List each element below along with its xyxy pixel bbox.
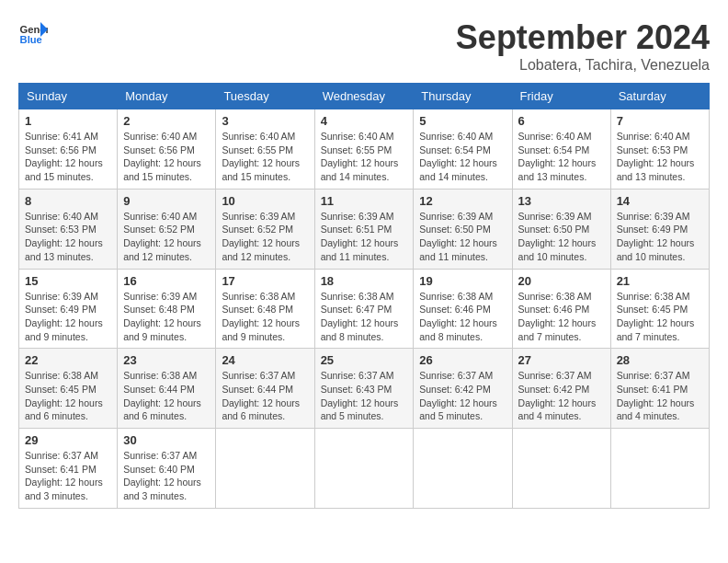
day-number: 19 (419, 274, 506, 288)
calendar-cell: 4Sunrise: 6:40 AMSunset: 6:55 PMDaylight… (314, 109, 414, 190)
day-number: 9 (123, 194, 210, 208)
title-block: September 2024 Lobatera, Tachira, Venezu… (456, 18, 710, 74)
day-info: Sunrise: 6:39 AMSunset: 6:49 PMDaylight:… (617, 210, 703, 264)
day-number: 4 (321, 114, 408, 128)
page-header: General Blue September 2024 Lobatera, Ta… (18, 18, 710, 74)
calendar-cell: 26Sunrise: 6:37 AMSunset: 6:42 PMDayligh… (414, 349, 512, 429)
day-of-week-header: Friday (512, 84, 610, 109)
day-number: 17 (222, 274, 308, 288)
day-number: 16 (123, 274, 210, 288)
calendar-cell: 1Sunrise: 6:41 AMSunset: 6:56 PMDaylight… (19, 109, 118, 190)
day-info: Sunrise: 6:40 AMSunset: 6:55 PMDaylight:… (321, 130, 408, 184)
calendar-cell (216, 429, 314, 509)
day-info: Sunrise: 6:37 AMSunset: 6:44 PMDaylight:… (222, 369, 308, 423)
day-info: Sunrise: 6:40 AMSunset: 6:54 PMDaylight:… (518, 130, 605, 184)
day-of-week-header: Sunday (19, 84, 118, 109)
day-number: 25 (321, 353, 408, 367)
day-info: Sunrise: 6:38 AMSunset: 6:46 PMDaylight:… (518, 290, 605, 344)
calendar-week-row: 29Sunrise: 6:37 AMSunset: 6:41 PMDayligh… (19, 429, 710, 509)
day-info: Sunrise: 6:39 AMSunset: 6:50 PMDaylight:… (419, 210, 506, 264)
day-number: 18 (321, 274, 408, 288)
day-info: Sunrise: 6:39 AMSunset: 6:50 PMDaylight:… (518, 210, 605, 264)
calendar-cell: 8Sunrise: 6:40 AMSunset: 6:53 PMDaylight… (19, 189, 118, 269)
calendar-cell: 7Sunrise: 6:40 AMSunset: 6:53 PMDaylight… (610, 109, 709, 190)
calendar-cell: 13Sunrise: 6:39 AMSunset: 6:50 PMDayligh… (512, 189, 610, 269)
calendar-cell: 6Sunrise: 6:40 AMSunset: 6:54 PMDaylight… (512, 109, 610, 190)
calendar-cell: 11Sunrise: 6:39 AMSunset: 6:51 PMDayligh… (314, 189, 414, 269)
calendar-cell: 9Sunrise: 6:40 AMSunset: 6:52 PMDaylight… (118, 189, 216, 269)
calendar-header-row: SundayMondayTuesdayWednesdayThursdayFrid… (19, 84, 710, 109)
day-number: 3 (222, 114, 308, 128)
calendar-cell (512, 429, 610, 509)
calendar-cell: 18Sunrise: 6:38 AMSunset: 6:47 PMDayligh… (314, 269, 414, 349)
calendar-cell: 2Sunrise: 6:40 AMSunset: 6:56 PMDaylight… (118, 109, 216, 190)
day-info: Sunrise: 6:37 AMSunset: 6:42 PMDaylight:… (518, 369, 605, 423)
calendar-week-row: 15Sunrise: 6:39 AMSunset: 6:49 PMDayligh… (19, 269, 710, 349)
calendar-week-row: 8Sunrise: 6:40 AMSunset: 6:53 PMDaylight… (19, 189, 710, 269)
day-number: 24 (222, 353, 308, 367)
logo-icon: General Blue (18, 18, 48, 48)
day-info: Sunrise: 6:40 AMSunset: 6:55 PMDaylight:… (222, 130, 308, 184)
day-number: 21 (617, 274, 703, 288)
day-info: Sunrise: 6:37 AMSunset: 6:43 PMDaylight:… (321, 369, 408, 423)
calendar-cell: 24Sunrise: 6:37 AMSunset: 6:44 PMDayligh… (216, 349, 314, 429)
calendar-cell: 29Sunrise: 6:37 AMSunset: 6:41 PMDayligh… (19, 429, 118, 509)
day-of-week-header: Wednesday (314, 84, 414, 109)
month-year-title: September 2024 (456, 18, 710, 57)
day-info: Sunrise: 6:38 AMSunset: 6:45 PMDaylight:… (25, 369, 111, 423)
day-number: 23 (123, 353, 210, 367)
day-number: 14 (617, 194, 703, 208)
day-info: Sunrise: 6:39 AMSunset: 6:52 PMDaylight:… (222, 210, 308, 264)
calendar-cell: 30Sunrise: 6:37 AMSunset: 6:40 PMDayligh… (118, 429, 216, 509)
day-info: Sunrise: 6:39 AMSunset: 6:49 PMDaylight:… (25, 290, 111, 344)
day-number: 20 (518, 274, 605, 288)
calendar-cell: 5Sunrise: 6:40 AMSunset: 6:54 PMDaylight… (414, 109, 512, 190)
day-info: Sunrise: 6:37 AMSunset: 6:40 PMDaylight:… (123, 449, 210, 503)
day-number: 26 (419, 353, 506, 367)
day-info: Sunrise: 6:37 AMSunset: 6:41 PMDaylight:… (617, 369, 703, 423)
day-number: 5 (419, 114, 506, 128)
calendar-cell (414, 429, 512, 509)
day-number: 11 (321, 194, 408, 208)
calendar-cell: 23Sunrise: 6:38 AMSunset: 6:44 PMDayligh… (118, 349, 216, 429)
calendar-cell: 17Sunrise: 6:38 AMSunset: 6:48 PMDayligh… (216, 269, 314, 349)
calendar-cell: 15Sunrise: 6:39 AMSunset: 6:49 PMDayligh… (19, 269, 118, 349)
calendar-cell: 20Sunrise: 6:38 AMSunset: 6:46 PMDayligh… (512, 269, 610, 349)
calendar-cell (314, 429, 414, 509)
day-info: Sunrise: 6:38 AMSunset: 6:44 PMDaylight:… (123, 369, 210, 423)
day-number: 8 (25, 194, 111, 208)
day-info: Sunrise: 6:40 AMSunset: 6:52 PMDaylight:… (123, 210, 210, 264)
day-info: Sunrise: 6:38 AMSunset: 6:45 PMDaylight:… (617, 290, 703, 344)
day-number: 29 (25, 433, 111, 447)
day-number: 27 (518, 353, 605, 367)
day-info: Sunrise: 6:41 AMSunset: 6:56 PMDaylight:… (25, 130, 111, 184)
day-number: 13 (518, 194, 605, 208)
day-of-week-header: Thursday (414, 84, 512, 109)
day-info: Sunrise: 6:37 AMSunset: 6:42 PMDaylight:… (419, 369, 506, 423)
calendar-cell: 25Sunrise: 6:37 AMSunset: 6:43 PMDayligh… (314, 349, 414, 429)
day-of-week-header: Tuesday (216, 84, 314, 109)
calendar-cell: 16Sunrise: 6:39 AMSunset: 6:48 PMDayligh… (118, 269, 216, 349)
calendar-cell: 19Sunrise: 6:38 AMSunset: 6:46 PMDayligh… (414, 269, 512, 349)
day-info: Sunrise: 6:40 AMSunset: 6:56 PMDaylight:… (123, 130, 210, 184)
day-number: 30 (123, 433, 210, 447)
calendar-cell: 3Sunrise: 6:40 AMSunset: 6:55 PMDaylight… (216, 109, 314, 190)
calendar-cell: 22Sunrise: 6:38 AMSunset: 6:45 PMDayligh… (19, 349, 118, 429)
calendar-table: SundayMondayTuesdayWednesdayThursdayFrid… (18, 83, 710, 509)
day-of-week-header: Saturday (610, 84, 709, 109)
day-number: 12 (419, 194, 506, 208)
location-subtitle: Lobatera, Tachira, Venezuela (456, 57, 710, 74)
day-number: 28 (617, 353, 703, 367)
day-info: Sunrise: 6:38 AMSunset: 6:46 PMDaylight:… (419, 290, 506, 344)
logo: General Blue (18, 18, 48, 48)
day-info: Sunrise: 6:40 AMSunset: 6:54 PMDaylight:… (419, 130, 506, 184)
day-info: Sunrise: 6:39 AMSunset: 6:48 PMDaylight:… (123, 290, 210, 344)
day-info: Sunrise: 6:37 AMSunset: 6:41 PMDaylight:… (25, 449, 111, 503)
day-number: 2 (123, 114, 210, 128)
calendar-cell: 28Sunrise: 6:37 AMSunset: 6:41 PMDayligh… (610, 349, 709, 429)
day-info: Sunrise: 6:40 AMSunset: 6:53 PMDaylight:… (25, 210, 111, 264)
day-number: 10 (222, 194, 308, 208)
calendar-cell: 27Sunrise: 6:37 AMSunset: 6:42 PMDayligh… (512, 349, 610, 429)
calendar-week-row: 1Sunrise: 6:41 AMSunset: 6:56 PMDaylight… (19, 109, 710, 190)
day-number: 15 (25, 274, 111, 288)
